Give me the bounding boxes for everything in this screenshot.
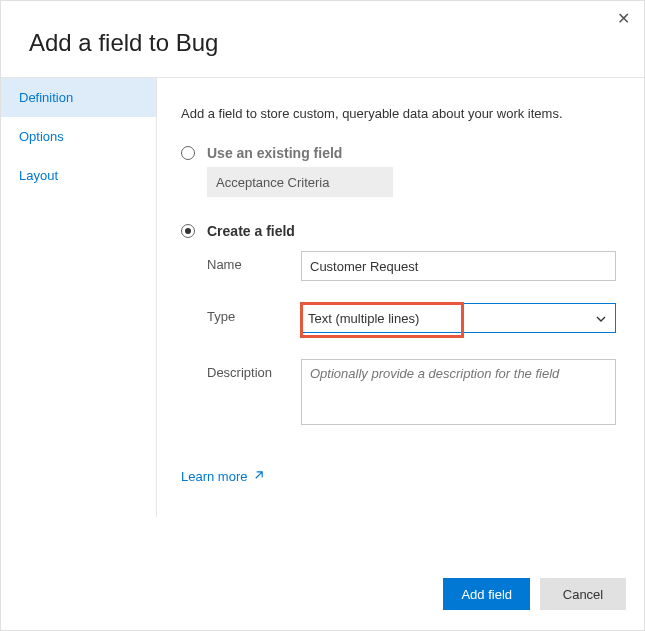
type-select-wrap: Text (multiple lines) — [301, 303, 616, 333]
external-link-icon — [253, 469, 264, 484]
chevron-down-icon — [595, 313, 607, 325]
sidebar: Definition Options Layout — [1, 78, 157, 517]
add-field-dialog: ✕ Add a field to Bug Definition Options … — [0, 0, 645, 631]
type-select-value: Text (multiple lines) — [308, 311, 419, 326]
sidebar-item-layout[interactable]: Layout — [1, 156, 156, 195]
create-field-sub: Name Type Text (multiple lines) — [207, 251, 616, 425]
option-existing-row: Use an existing field — [181, 145, 616, 161]
name-input[interactable] — [301, 251, 616, 281]
radio-create[interactable] — [181, 224, 195, 238]
dialog-body: Definition Options Layout Add a field to… — [1, 77, 644, 517]
type-label: Type — [207, 303, 301, 324]
main-panel: Add a field to store custom, queryable d… — [157, 78, 644, 517]
existing-field-sub — [207, 167, 616, 197]
existing-field-input — [207, 167, 393, 197]
learn-more-label: Learn more — [181, 469, 247, 484]
sidebar-item-definition[interactable]: Definition — [1, 78, 156, 117]
intro-text: Add a field to store custom, queryable d… — [181, 106, 616, 121]
option-create-row: Create a field — [181, 223, 616, 239]
description-row: Description — [207, 359, 616, 425]
type-row: Type Text (multiple lines) — [207, 303, 616, 333]
learn-more-link[interactable]: Learn more — [181, 469, 264, 484]
close-icon[interactable]: ✕ — [617, 11, 630, 27]
description-input[interactable] — [301, 359, 616, 425]
option-existing-label: Use an existing field — [207, 145, 342, 161]
type-select[interactable]: Text (multiple lines) — [301, 303, 616, 333]
radio-existing[interactable] — [181, 146, 195, 160]
name-label: Name — [207, 251, 301, 272]
sidebar-item-options[interactable]: Options — [1, 117, 156, 156]
option-create-label: Create a field — [207, 223, 295, 239]
name-row: Name — [207, 251, 616, 281]
add-field-button[interactable]: Add field — [443, 578, 530, 610]
cancel-button[interactable]: Cancel — [540, 578, 626, 610]
description-label: Description — [207, 359, 301, 380]
dialog-title: Add a field to Bug — [1, 1, 644, 77]
dialog-footer: Add field Cancel — [443, 578, 626, 610]
